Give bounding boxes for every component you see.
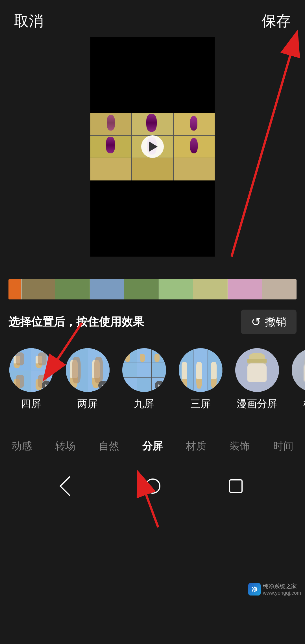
timeline-frame — [159, 279, 193, 299]
tab-split[interactable]: 分屏 — [137, 436, 168, 456]
effect-thumb-two — [66, 348, 110, 392]
effect-item-two-screen[interactable]: 两屏 — [65, 348, 110, 411]
effect-badge-nine — [155, 381, 164, 390]
watermark-logo: 净 — [248, 583, 261, 596]
timeline-frames — [21, 279, 297, 299]
effect-label-comic: 漫画分屏 — [237, 397, 277, 411]
effect-item-nine-screen[interactable]: 九屏 — [121, 348, 167, 411]
timeline-frame — [193, 279, 228, 299]
tab-natural[interactable]: 自然 — [93, 436, 125, 456]
effect-thumb-four — [9, 348, 53, 392]
effect-label-blur: 模糊 — [303, 397, 305, 411]
effect-label-two: 两屏 — [77, 397, 98, 411]
effect-thumb-blur — [292, 348, 305, 392]
timeline-strip[interactable] — [8, 279, 297, 299]
effect-thumb-nine — [122, 348, 166, 392]
tab-dynamic[interactable]: 动感 — [6, 436, 38, 456]
tab-material[interactable]: 材质 — [180, 436, 212, 456]
instructions-text: 选择位置后，按住使用效果 — [8, 314, 144, 330]
undo-icon: ↺ — [251, 315, 261, 329]
video-top-black — [90, 37, 215, 113]
effect-item-four-screen[interactable]: 四屏 — [8, 348, 54, 411]
play-button[interactable] — [141, 135, 164, 158]
timeline-playhead — [21, 279, 21, 299]
video-bottom-black — [90, 180, 215, 257]
effect-badge-two — [98, 381, 108, 390]
timeline-frame — [124, 279, 159, 299]
timeline-frame — [228, 279, 262, 299]
effect-label-three: 三屏 — [190, 397, 211, 411]
instructions-row: 选择位置后，按住使用效果 ↺ 撤销 — [8, 310, 297, 334]
system-nav — [0, 473, 305, 505]
undo-label: 撤销 — [265, 315, 286, 329]
timeline-frame — [21, 279, 55, 299]
timeline-position-indicator — [8, 279, 21, 299]
timeline-section — [8, 279, 297, 299]
effect-badge-four — [42, 381, 51, 390]
effect-thumb-three — [179, 348, 223, 392]
tab-time[interactable]: 时间 — [267, 436, 299, 456]
effect-item-three-screen[interactable]: 三屏 — [178, 348, 223, 411]
effect-item-comic-screen[interactable]: 漫画分屏 — [234, 348, 280, 411]
watermark-text: 纯净系统之家 www.yongqj.com — [263, 583, 301, 596]
nav-home-button[interactable] — [145, 478, 160, 494]
timeline-frame — [262, 279, 297, 299]
effects-row: 四屏 两屏 九屏 — [8, 348, 297, 411]
effect-thumb-comic — [235, 348, 279, 392]
nav-back-button[interactable] — [60, 476, 80, 496]
tab-decor[interactable]: 装饰 — [224, 436, 256, 456]
cancel-button[interactable]: 取消 — [14, 11, 43, 31]
effect-item-blur[interactable]: 模糊 — [291, 348, 305, 411]
undo-button[interactable]: ↺ 撤销 — [241, 310, 297, 334]
effect-label-nine: 九屏 — [134, 397, 154, 411]
play-icon — [149, 142, 158, 152]
video-frame[interactable] — [90, 113, 215, 180]
nav-recents-button[interactable] — [229, 479, 243, 493]
effect-label-four: 四屏 — [21, 397, 41, 411]
watermark: 净 纯净系统之家 www.yongqj.com — [248, 583, 301, 596]
save-button[interactable]: 保存 — [262, 11, 291, 31]
bottom-tabs: 动感 转场 自然 分屏 材质 装饰 时间 — [0, 428, 305, 467]
timeline-frame — [55, 279, 90, 299]
timeline-frame — [90, 279, 124, 299]
tab-transition[interactable]: 转场 — [49, 436, 81, 456]
top-bar: 取消 保存 — [0, 0, 305, 37]
